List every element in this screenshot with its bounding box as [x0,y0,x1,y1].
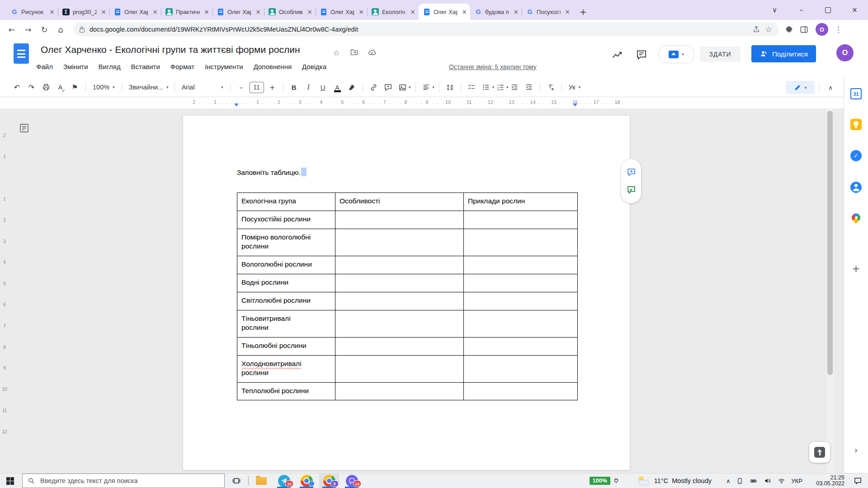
table-cell-examples[interactable] [464,229,578,256]
present-dropdown-icon[interactable]: ▾ [682,52,684,56]
browser-tab[interactable]: Gбудова п× [470,4,522,20]
browser-tab[interactable]: Олег Хар× [212,4,264,20]
menu-item[interactable]: Вигляд [98,62,122,71]
horizontal-ruler[interactable]: 21123456789101112131415161718 [0,97,844,108]
browser-tab-active[interactable]: Олег Хар× [419,4,470,20]
zoom-select[interactable]: 100%▾ [90,84,117,91]
table-cell-group-name[interactable]: Водні рослини [237,274,335,292]
input-tools-button[interactable]: Ук▾ [566,84,583,91]
sidebar-item-tasks[interactable]: ✓ [844,150,868,161]
insert-link-icon[interactable] [368,81,380,94]
tab-close-icon[interactable]: × [564,8,571,15]
taskbar-app-telegram[interactable]: 10 [274,474,294,488]
table-cell-group-name[interactable]: Теплолюбні рослини [237,383,335,400]
tab-close-icon[interactable]: × [461,8,468,15]
bold-icon[interactable]: B [288,81,300,94]
checklist-icon[interactable] [466,81,478,94]
table-cell-features[interactable] [335,256,464,274]
browser-tab[interactable]: Σprog30_2× [58,4,109,20]
table-cell-examples[interactable] [464,338,578,356]
browser-tab[interactable]: Практичн× [161,4,212,20]
volume-icon[interactable] [764,477,771,484]
notification-center-icon[interactable] [854,477,862,485]
print-icon[interactable] [40,81,52,94]
get-add-ons-button[interactable]: + [844,263,868,274]
search-input[interactable] [39,477,219,485]
browser-tab[interactable]: Олег Хар× [316,4,367,20]
table-cell-examples[interactable] [464,310,578,338]
align-icon[interactable] [420,81,432,94]
weather-temperature[interactable]: 11°C [654,477,668,484]
menu-item[interactable]: Інструменти [204,62,244,71]
battery-percent-badge[interactable]: 100% [590,477,610,485]
underline-icon[interactable]: U [317,81,329,94]
undo-icon[interactable]: ↶ [11,81,23,94]
table-cell-features[interactable] [335,356,464,383]
font-select[interactable]: Arial▾ [179,84,226,91]
line-spacing-icon[interactable] [444,81,456,94]
tab-close-icon[interactable]: × [255,8,262,15]
table-cell-features[interactable] [335,310,464,338]
font-size-value[interactable]: 11 [250,82,264,93]
table-cell-group-name[interactable]: Тіньолюбні рослини [237,338,335,356]
language-indicator[interactable]: УКР [791,478,802,484]
table-cell-features[interactable] [335,338,464,356]
table-cell-group-name[interactable]: Тіньовитривалірослини [237,310,335,338]
tab-close-icon[interactable]: × [100,8,107,15]
hide-side-panel-chevron-icon[interactable]: › [844,445,868,455]
browser-tab[interactable]: GРисунок× [6,4,58,20]
menu-item[interactable]: Вставити [130,62,161,71]
taskbar-app-chrome[interactable] [297,474,316,488]
browser-menu-dots-icon[interactable]: ⋮ [835,25,842,34]
browser-profile-avatar[interactable]: O [816,23,828,36]
table-cell-features[interactable] [335,229,464,256]
share-button[interactable]: Поділитися [751,45,816,62]
tab-close-icon[interactable]: × [358,8,365,15]
table-cell-features[interactable] [335,292,464,310]
table-cell-examples[interactable] [464,383,578,400]
insert-image-icon[interactable] [396,81,409,94]
hidden-icons-chevron-icon[interactable]: ∧ [726,478,731,484]
window-minimize-button[interactable]: – [788,0,815,20]
table-cell-group-name[interactable]: Холодновитривалірослини [237,356,335,383]
browser-tab[interactable]: Особлив× [264,4,316,20]
clear-formatting-icon[interactable] [545,81,557,94]
table-cell-group-name[interactable]: Світлолюбні рослини [237,292,335,310]
sidebar-item-contacts[interactable] [844,182,868,193]
tab-close-icon[interactable]: × [203,8,210,15]
increase-font-size-icon[interactable]: + [266,81,278,94]
italic-icon[interactable]: I [302,81,315,94]
home-icon[interactable]: ⌂ [52,25,69,34]
browser-tab[interactable]: Екологіч× [367,4,419,20]
taskbar-search[interactable] [22,474,225,488]
taskbar-app-chrome-active[interactable]: 0 [319,474,339,488]
back-icon[interactable]: ← [4,25,20,34]
table-cell-features[interactable] [335,274,464,292]
text-color-icon[interactable]: A [331,81,344,94]
table-cell-group-name[interactable]: Помірно вологолюбнірослини [237,229,335,256]
star-document-icon[interactable]: ☆ [333,48,340,57]
align-dropdown-icon[interactable]: ▾ [432,85,434,89]
forward-icon[interactable]: → [20,25,36,34]
increase-indent-icon[interactable] [523,81,535,94]
sidebar-item-maps[interactable] [844,213,868,222]
table-header-cell[interactable]: Особливості [335,193,464,211]
document-status-cloud-icon[interactable] [367,48,377,56]
phone-link-icon[interactable] [736,478,743,484]
menu-item[interactable]: Доповнення [253,62,292,71]
add-comment-bubble-icon[interactable] [627,168,636,177]
turn-in-button[interactable]: ЗДАТИ [700,47,741,62]
battery-icon[interactable] [750,478,758,484]
browser-tab[interactable]: GПосухост× [522,4,573,20]
paint-format-icon[interactable]: ⚑ [69,81,81,94]
taskbar-app-viber[interactable]: 14 [342,474,362,488]
table-cell-group-name[interactable]: Посухостійкі рослини [237,211,335,229]
start-button[interactable] [6,477,14,485]
left-indent-marker[interactable] [234,103,239,107]
highlight-color-icon[interactable] [346,81,358,94]
explore-button[interactable] [809,442,830,463]
hide-menus-chevron-icon[interactable]: ∧ [825,82,836,94]
bookmark-star-icon[interactable]: ☆ [765,25,772,34]
paragraph-text[interactable]: Заповніть таблицю. [237,167,307,178]
window-close-button[interactable]: × [841,0,868,20]
